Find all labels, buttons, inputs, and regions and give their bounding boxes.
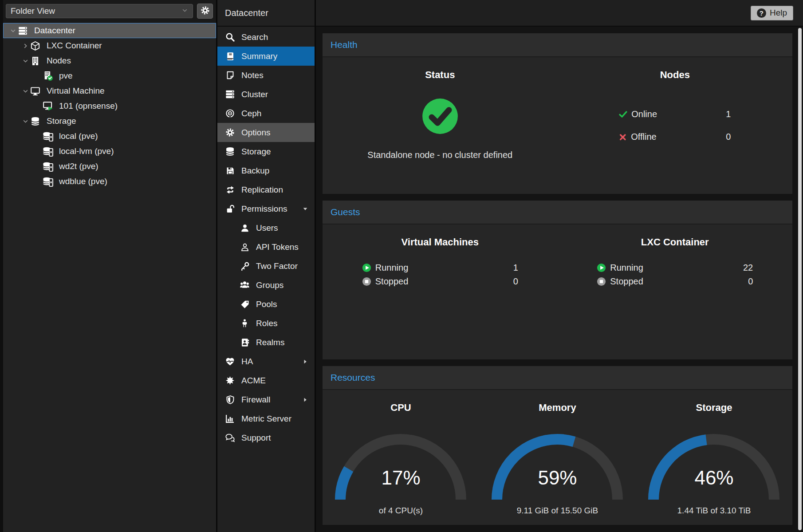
view-mode-select[interactable]: Folder View xyxy=(6,4,193,18)
nodes-offline-row: Offline 0 xyxy=(619,126,731,148)
nav-item-storage[interactable]: Storage xyxy=(217,142,315,161)
tree-item-label: 101 (opnsense) xyxy=(59,101,118,111)
heartbeat-icon xyxy=(224,357,236,366)
chevron-right-icon[interactable] xyxy=(20,43,31,49)
nav-item-realms[interactable]: Realms xyxy=(217,333,315,352)
floppy-icon xyxy=(224,166,236,175)
vertical-scrollbar[interactable] xyxy=(798,28,802,530)
nav-item-options[interactable]: Options xyxy=(217,123,315,142)
nav-item-label: ACME xyxy=(241,376,266,386)
gauge-heading: Memory xyxy=(539,402,576,414)
nav-item-label: Pools xyxy=(256,299,277,309)
nav-item-label: Summary xyxy=(241,51,277,61)
tree-item-local-lvm-pve[interactable]: local-lvm (pve) xyxy=(3,144,216,159)
nav-item-summary[interactable]: Summary xyxy=(217,47,315,66)
play-circle-icon xyxy=(597,263,606,272)
nav-item-search[interactable]: Search xyxy=(217,28,315,47)
tree-item-virtual-machine[interactable]: Virtual Machine xyxy=(3,83,216,99)
tree-item-label: LXC Container xyxy=(47,41,102,51)
health-title: Health xyxy=(331,39,358,50)
nav-item-metric-server[interactable]: Metric Server xyxy=(217,409,315,428)
tree-item-wdblue-pve[interactable]: wdblue (pve) xyxy=(3,174,216,189)
tree-item-nodes[interactable]: Nodes xyxy=(3,53,216,68)
nav-item-ha[interactable]: HA xyxy=(217,352,315,371)
chevron-down-icon xyxy=(181,6,188,16)
gauge-detail: 9.11 GiB of 15.50 GiB xyxy=(517,506,598,516)
guest-state-count: 0 xyxy=(748,276,753,287)
tree-item-label: Storage xyxy=(47,116,76,126)
stop-circle-icon xyxy=(362,277,371,286)
chevron-down-icon[interactable] xyxy=(20,118,31,125)
tree-item-lxc-container[interactable]: LXC Container xyxy=(3,38,216,53)
nav-item-roles[interactable]: Roles xyxy=(217,314,315,333)
users-icon xyxy=(239,280,250,290)
tree-item-pve[interactable]: pve xyxy=(3,68,216,83)
tree-item-101-opnsense[interactable]: 101 (opnsense) xyxy=(3,99,216,114)
nav-item-notes[interactable]: Notes xyxy=(217,66,315,85)
unlock-icon xyxy=(224,205,236,213)
nav-item-label: Backup xyxy=(241,166,269,176)
gauge-heading: Storage xyxy=(696,402,732,414)
content-area: ? Help Health Status Standalone node - n… xyxy=(316,0,803,532)
building-check-icon xyxy=(43,71,56,81)
nav-item-label: Options xyxy=(241,128,270,138)
gear-icon xyxy=(224,128,236,137)
note-icon xyxy=(224,71,236,80)
guest-state-count: 1 xyxy=(513,263,518,273)
guests-title: Guests xyxy=(331,207,360,217)
guest-state-label: Stopped xyxy=(610,276,643,287)
burst-icon xyxy=(224,376,236,385)
nav-item-acme[interactable]: ACME xyxy=(217,371,315,390)
nav-item-firewall[interactable]: Firewall xyxy=(217,390,315,409)
nav-item-label: Ceph xyxy=(241,109,261,118)
online-count: 1 xyxy=(726,109,731,119)
desktop-running-icon xyxy=(43,101,56,111)
online-label: Online xyxy=(631,109,657,119)
view-mode-value: Folder View xyxy=(11,6,55,16)
nav-item-ceph[interactable]: Ceph xyxy=(217,104,315,123)
help-button[interactable]: ? Help xyxy=(751,6,793,20)
tree-settings-button[interactable] xyxy=(197,4,213,19)
tree-item-local-pve[interactable]: local (pve) xyxy=(3,129,216,144)
nav-item-pools[interactable]: Pools xyxy=(217,295,315,314)
chevron-down-icon[interactable] xyxy=(20,88,31,95)
nav-item-api-tokens[interactable]: API Tokens xyxy=(217,237,315,256)
chevron-down-icon[interactable] xyxy=(8,28,18,34)
gear-icon xyxy=(201,6,210,17)
tree-item-label: pve xyxy=(59,71,73,81)
cluster-status-column: Status Standalone node - no cluster defi… xyxy=(323,57,558,194)
nav-item-support[interactable]: Support xyxy=(217,428,315,447)
nav-item-users[interactable]: Users xyxy=(217,218,315,237)
caret-right-icon xyxy=(302,397,308,403)
storage-drive-icon xyxy=(43,146,56,157)
tree-item-datacenter[interactable]: Datacenter xyxy=(3,23,216,38)
guest-state-label: Running xyxy=(375,263,409,273)
nav-item-groups[interactable]: Groups xyxy=(217,276,315,295)
search-icon xyxy=(224,32,236,42)
chevron-down-icon[interactable] xyxy=(20,58,31,64)
nav-panel: Datacenter SearchSummaryNotesClusterCeph… xyxy=(217,0,316,532)
tree-item-wd2t-pve[interactable]: wd2t (pve) xyxy=(3,159,216,174)
tree-item-storage[interactable]: Storage xyxy=(3,114,216,129)
nav-item-permissions[interactable]: Permissions xyxy=(217,199,315,218)
nav-item-two-factor[interactable]: Two Factor xyxy=(217,256,315,276)
nav-item-label: Two Factor xyxy=(256,261,298,271)
gauge-detail: 1.44 TiB of 3.10 TiB xyxy=(677,506,751,516)
nav-item-label: Cluster xyxy=(241,90,268,99)
nav-item-label: Storage xyxy=(241,147,271,157)
guests-panel-header: Guests xyxy=(323,201,792,225)
status-message: Standalone node - no cluster defined xyxy=(367,150,512,160)
caret-down-icon xyxy=(302,206,308,212)
question-circle-icon: ? xyxy=(757,8,766,18)
summary-scroll-area: Health Status Standalone node - no clust… xyxy=(316,27,803,532)
database-icon xyxy=(224,147,236,156)
nav-item-backup[interactable]: Backup xyxy=(217,161,315,180)
nav-item-label: Permissions xyxy=(241,204,287,214)
nav-item-replication[interactable]: Replication xyxy=(217,180,315,199)
health-panel: Health Status Standalone node - no clust… xyxy=(323,33,792,194)
storage-drive-icon xyxy=(43,162,56,172)
user-icon xyxy=(239,224,250,233)
nav-item-label: Notes xyxy=(241,71,264,80)
memory-gauge-column: Memory 59%9.11 GiB of 15.50 GiB xyxy=(479,390,636,525)
nav-item-cluster[interactable]: Cluster xyxy=(217,85,315,104)
